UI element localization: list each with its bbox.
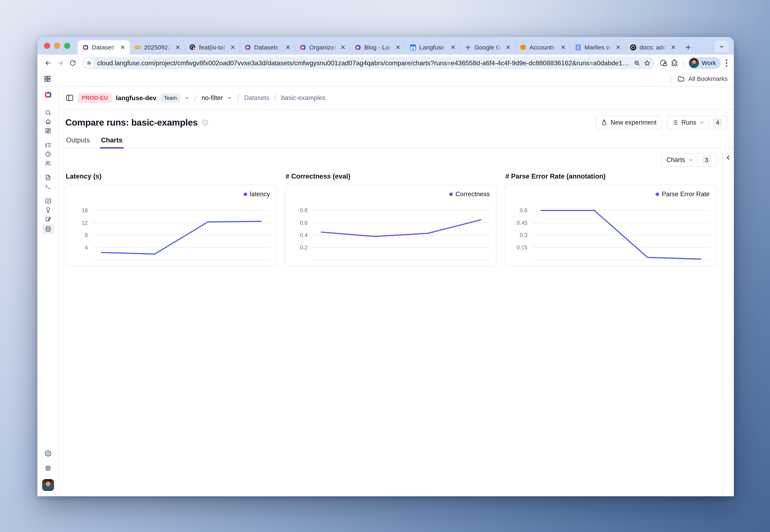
project-chevron-icon[interactable]	[227, 95, 232, 101]
back-icon	[45, 60, 52, 67]
settings-button[interactable]	[42, 449, 54, 457]
browser-tab[interactable]: feat(io-tab✕	[185, 40, 240, 55]
tab-close-icon[interactable]: ✕	[560, 44, 566, 51]
back-button[interactable]	[43, 58, 53, 68]
database-icon	[45, 226, 51, 232]
browser-tab[interactable]: Blog - Lang✕	[350, 40, 405, 55]
cube-favicon-icon	[519, 44, 527, 51]
sidebar-item-home[interactable]	[42, 118, 54, 126]
bookmark-star-icon[interactable]	[644, 60, 651, 67]
new-tab-button[interactable]: +	[683, 41, 694, 53]
project-selector[interactable]: no-filter	[202, 94, 223, 102]
langfuse-favicon-icon	[299, 44, 307, 51]
environment-badge: PROD-EU	[78, 93, 112, 103]
tab-close-icon[interactable]: ✕	[670, 44, 677, 51]
browser-window: Datasets | L✕20250923✕feat(io-tab✕Datase…	[37, 37, 734, 496]
sidebar-item-dashboards[interactable]	[42, 127, 54, 135]
privacy-badge-icon[interactable]	[659, 59, 668, 67]
tab-outputs[interactable]: Outputs	[66, 136, 90, 148]
sidebar-item-prompts[interactable]	[42, 174, 54, 181]
legend-label: Parse Error Rate	[662, 190, 710, 198]
new-experiment-button[interactable]: New experiment	[596, 116, 662, 129]
support-button[interactable]	[42, 464, 54, 472]
tab-close-icon[interactable]: ✕	[230, 44, 236, 51]
tab-close-icon[interactable]: ✕	[285, 44, 291, 51]
sidebar-item-sessions[interactable]	[42, 150, 54, 158]
sidebar-item-evaluation[interactable]	[42, 197, 54, 205]
tab-close-icon[interactable]: ✕	[119, 44, 126, 51]
page-title-row: Compare runs: basic-examples New experim…	[59, 110, 734, 131]
breadcrumb-current[interactable]: basic-examples	[281, 94, 325, 102]
url-text[interactable]: cloud.langfuse.com/project/cmfwgv8fx002o…	[97, 59, 630, 67]
org-name[interactable]: langfuse-dev	[116, 94, 156, 102]
langfuse-app: PROD-EU langfuse-dev Team / no-filter / …	[37, 87, 734, 496]
close-window-button[interactable]	[44, 43, 50, 49]
chart-card[interactable]: 481216latency	[65, 185, 277, 266]
list-tree-icon	[45, 142, 51, 148]
browser-tab[interactable]: Accounts |✕	[515, 40, 570, 55]
langfuse-logo-icon[interactable]	[44, 90, 53, 99]
chart-card[interactable]: 0.20.40.60.8Correctness	[285, 185, 496, 266]
profile-avatar	[689, 58, 699, 68]
tab-close-icon[interactable]: ✕	[340, 44, 346, 51]
apps-grid-icon[interactable]	[44, 75, 51, 83]
browser-tab[interactable]: docs: add✕	[625, 40, 681, 55]
sidebar-item-insights[interactable]	[42, 206, 54, 214]
tab-close-icon[interactable]: ✕	[450, 44, 456, 51]
forward-button[interactable]	[55, 58, 66, 68]
project-name: no-filter	[202, 94, 223, 102]
sidebar-item-users[interactable]	[42, 159, 54, 167]
charts-toolbar: Charts 3	[59, 149, 722, 168]
breadcrumb-separator: /	[193, 94, 198, 102]
runs-button[interactable]: Runs 4	[667, 116, 728, 129]
collapse-panel-button[interactable]	[725, 154, 732, 161]
sidebar-item-tracing[interactable]	[42, 141, 54, 149]
org-chevron-icon[interactable]	[184, 95, 189, 101]
tab-close-icon[interactable]: ✕	[174, 44, 181, 51]
sidebar-toggle-icon[interactable]	[65, 94, 74, 102]
browser-menu-button[interactable]	[724, 60, 729, 67]
charts-selector-label: Charts	[667, 156, 685, 164]
browser-tab[interactable]: 6Langfuse -✕	[405, 40, 460, 55]
browser-tab[interactable]: Datasets | L✕	[78, 40, 130, 55]
browser-tab[interactable]: Marlies we✕	[570, 40, 625, 55]
clipboard-pen-icon	[45, 216, 51, 222]
minimize-window-button[interactable]	[54, 43, 60, 49]
tab-search-button[interactable]	[715, 41, 729, 53]
maximize-window-button[interactable]	[64, 43, 70, 49]
browser-tab[interactable]: Datasets | L✕	[240, 40, 295, 55]
svg-text:12: 12	[81, 220, 88, 226]
bluelist-favicon-icon	[574, 44, 582, 51]
reload-button[interactable]	[67, 58, 78, 68]
address-bar[interactable]: cloud.langfuse.com/project/cmfwgv8fx002o…	[83, 57, 655, 69]
clock-icon	[45, 151, 51, 157]
chart-title: # Parse Error Rate (annotation)	[505, 172, 716, 180]
chart-line-series	[321, 220, 481, 236]
info-icon[interactable]	[202, 119, 209, 126]
sidebar-item-datasets[interactable]	[42, 224, 54, 234]
site-settings-icon[interactable]	[84, 58, 94, 68]
tab-close-icon[interactable]: ✕	[505, 44, 511, 51]
chart-card[interactable]: 0.150.30.450.6Parse Error Rate	[505, 185, 716, 266]
tab-close-icon[interactable]: ✕	[395, 44, 401, 51]
browser-tab[interactable]: Organizatio✕	[295, 40, 350, 55]
charts-selector-button[interactable]: Charts 3	[661, 153, 717, 167]
extensions-icon[interactable]	[670, 59, 679, 67]
chart-title: # Correctness (eval)	[286, 172, 496, 180]
legend-label: Correctness	[455, 190, 490, 198]
breadcrumb-datasets[interactable]: Datasets	[244, 94, 269, 102]
sidebar-item-annotation[interactable]	[42, 215, 54, 223]
sidebar-item-playground[interactable]	[42, 183, 54, 190]
zoom-page-icon[interactable]	[633, 60, 640, 67]
tab-charts[interactable]: Charts	[101, 136, 123, 148]
page-tabs: Outputs Charts	[59, 131, 734, 149]
user-avatar[interactable]	[42, 479, 54, 491]
sidebar-item-search[interactable]	[42, 109, 54, 117]
tab-close-icon[interactable]: ✕	[615, 44, 622, 51]
all-bookmarks-button[interactable]: All Bookmarks	[670, 75, 728, 83]
new-experiment-label: New experiment	[611, 119, 657, 126]
browser-tab[interactable]: Google Ger✕	[460, 40, 515, 55]
profile-chip[interactable]: Work	[688, 57, 721, 69]
browser-tabs: Datasets | L✕20250923✕feat(io-tab✕Datase…	[78, 40, 681, 55]
browser-tab[interactable]: 20250923✕	[130, 40, 185, 55]
